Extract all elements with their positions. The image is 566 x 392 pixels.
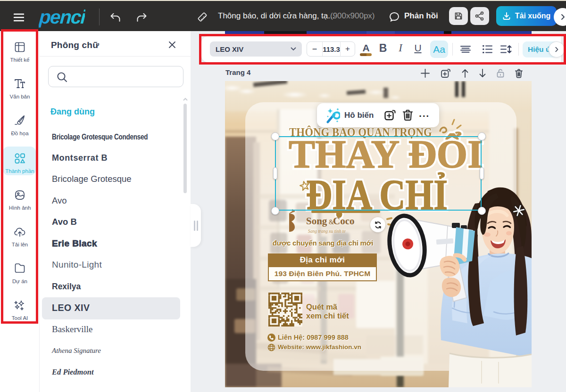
- svg-text:Sang trang xu tinh te: Sang trang xu tinh te: [308, 229, 346, 234]
- svg-text:Song: Song: [306, 215, 327, 227]
- svg-text:Coco: Coco: [333, 215, 355, 227]
